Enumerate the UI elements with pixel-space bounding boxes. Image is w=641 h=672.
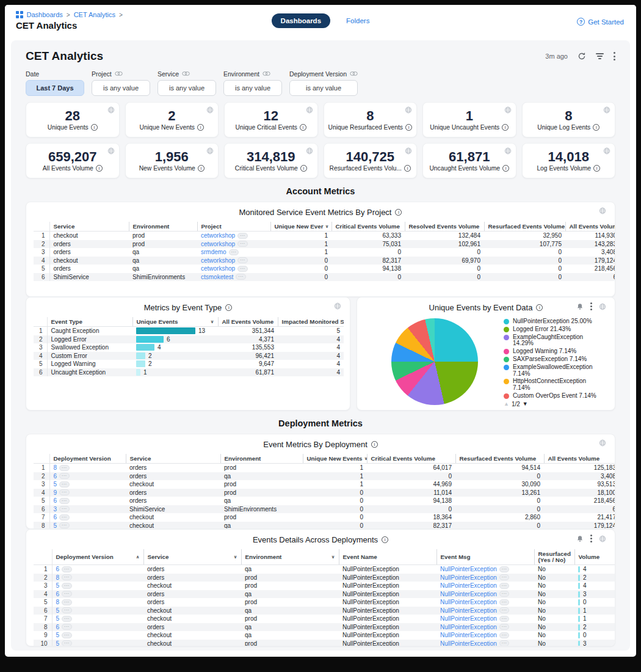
ellipsis-badge[interactable]: ··· [62, 566, 72, 572]
table-link[interactable]: NullPointerException [440, 624, 497, 630]
table-link[interactable]: NullPointerException [440, 591, 497, 597]
table-link[interactable]: 5 [56, 607, 60, 614]
table-link[interactable]: NullPointerException [440, 566, 497, 572]
sort-up-icon[interactable]: ∧ [136, 554, 139, 560]
ellipsis-badge[interactable]: ··· [62, 616, 72, 622]
column-header[interactable]: Volume [574, 549, 615, 565]
legend-item[interactable]: SAXParseException 7.14% [504, 356, 604, 363]
ellipsis-badge[interactable]: ··· [499, 591, 510, 597]
table-link[interactable]: 6 [56, 566, 60, 572]
table-link[interactable]: 6 [56, 591, 60, 597]
ellipsis-badge[interactable]: ··· [499, 624, 510, 630]
column-header[interactable]: Event Name [339, 549, 436, 565]
table-link[interactable]: 9 [54, 489, 57, 496]
filter-icon[interactable] [596, 53, 604, 59]
ellipsis-badge[interactable]: ··· [59, 489, 70, 495]
table-link[interactable]: 5 [56, 582, 60, 589]
ellipsis-badge[interactable]: ··· [499, 632, 510, 638]
column-header[interactable]: Environment [129, 222, 197, 232]
column-header[interactable]: Environment [220, 454, 303, 464]
ellipsis-badge[interactable]: ··· [499, 583, 510, 589]
legend-item[interactable]: HttpHostConnectException 7.14% [504, 378, 604, 392]
ellipsis-badge[interactable]: ··· [229, 249, 239, 255]
breadcrumb-link-cet-analytics[interactable]: CET Analytics [74, 11, 115, 18]
column-header[interactable]: Unique Events∨ [132, 317, 218, 327]
table-link[interactable]: NullPointerException [440, 615, 497, 622]
sort-down-icon[interactable]: ∨ [325, 224, 329, 229]
table-link[interactable]: NullPointerException [440, 640, 497, 647]
breadcrumb-link-dashboards[interactable]: Dashboards [27, 11, 63, 18]
filter-value-date[interactable]: Last 7 Days [26, 80, 84, 96]
legend-item[interactable]: NullPointerException 25.00% [504, 318, 604, 325]
pie-chart[interactable] [391, 318, 478, 405]
column-header[interactable]: Unique New Ever∨ [270, 222, 331, 232]
refresh-icon[interactable] [578, 52, 586, 60]
column-header[interactable]: Event Msg [436, 549, 534, 565]
table-link[interactable]: 8 [54, 464, 57, 471]
table-link[interactable]: 8 [56, 599, 60, 605]
ellipsis-badge[interactable]: ··· [499, 574, 510, 580]
column-header[interactable]: All Events Volume [544, 454, 615, 464]
get-started-link[interactable]: Get Started [577, 18, 624, 26]
kebab-menu-icon[interactable] [590, 302, 592, 310]
ellipsis-badge[interactable]: ··· [62, 583, 72, 589]
ellipsis-badge[interactable]: ··· [59, 465, 70, 471]
ellipsis-badge[interactable]: ··· [237, 266, 248, 272]
column-header[interactable]: Project [197, 222, 270, 232]
ellipsis-badge[interactable]: ··· [62, 607, 72, 613]
table-link[interactable]: cetworkshop [201, 241, 235, 247]
column-header[interactable]: All Events Volume [565, 222, 615, 232]
legend-item[interactable]: ExampleSwallowedException 7.14% [504, 364, 604, 378]
ellipsis-badge[interactable]: ··· [62, 632, 72, 638]
legend-item[interactable]: Logged Warning 7.14% [504, 348, 604, 355]
sort-down-icon[interactable]: ∨ [233, 554, 237, 560]
column-header[interactable]: Service [126, 454, 220, 464]
ellipsis-badge[interactable]: ··· [237, 233, 248, 239]
ellipsis-badge[interactable]: ··· [499, 616, 510, 622]
ellipsis-badge[interactable]: ··· [499, 607, 510, 613]
column-header[interactable]: Resurfaced Events Volume [484, 222, 565, 232]
legend-item[interactable]: Logged Error 21.43% [504, 326, 604, 333]
bell-icon[interactable] [576, 535, 584, 542]
table-link[interactable]: NullPointerException [440, 574, 497, 581]
column-header[interactable]: Event Type [47, 317, 132, 327]
page-down-icon[interactable]: ▼ [523, 401, 528, 407]
ellipsis-badge[interactable]: ··· [62, 640, 72, 646]
column-header[interactable]: Service [49, 222, 129, 232]
column-header[interactable]: Resolved Events Volume [405, 222, 484, 232]
filter-value-environment[interactable]: is any value [223, 80, 282, 96]
ellipsis-badge[interactable]: ··· [59, 481, 70, 488]
legend-item[interactable]: ExampleCaughtException 14.29% [504, 334, 604, 348]
legend-item[interactable]: Custom OverOps Event 7.14% [504, 393, 604, 400]
table-link[interactable]: ctsmoketest [201, 274, 233, 280]
kebab-menu-icon[interactable] [614, 52, 615, 60]
table-link[interactable]: 5 [54, 522, 57, 529]
table-link[interactable]: 6 [54, 497, 57, 504]
column-header[interactable]: Critical Events Volume [367, 454, 455, 464]
ellipsis-badge[interactable]: ··· [237, 241, 248, 247]
ellipsis-badge[interactable]: ··· [499, 599, 510, 605]
table-link[interactable]: srmdemo [201, 249, 226, 255]
column-header[interactable]: All Events Volume [218, 317, 278, 327]
tab-folders[interactable]: Folders [346, 17, 369, 24]
table-link[interactable]: 6 [56, 624, 60, 630]
ellipsis-badge[interactable]: ··· [62, 599, 72, 605]
sort-down-icon[interactable]: ∨ [331, 554, 335, 560]
table-link[interactable]: cetworkshop [201, 265, 235, 272]
column-header[interactable]: Unique New Events∨ [303, 454, 367, 464]
table-link[interactable]: 5 [56, 615, 60, 622]
table-link[interactable]: NullPointerException [440, 607, 497, 614]
table-link[interactable]: 6 [54, 473, 57, 480]
table-link[interactable]: 6 [54, 514, 57, 520]
ellipsis-badge[interactable]: ··· [59, 506, 70, 512]
column-header[interactable]: Resurfaced Events Volume [455, 454, 544, 464]
page-up-icon[interactable]: ▲ [504, 401, 509, 407]
tab-dashboards[interactable]: Dashboards [272, 13, 330, 28]
table-link[interactable]: 8 [56, 574, 60, 581]
table-link[interactable]: NullPointerException [440, 632, 497, 638]
column-header[interactable]: Deployment Version∧ [52, 549, 143, 565]
ellipsis-badge[interactable]: ··· [237, 257, 248, 263]
sort-down-icon[interactable]: ∨ [364, 456, 367, 461]
sort-down-icon[interactable]: ∨ [210, 319, 214, 324]
ellipsis-badge[interactable]: ··· [499, 566, 510, 572]
